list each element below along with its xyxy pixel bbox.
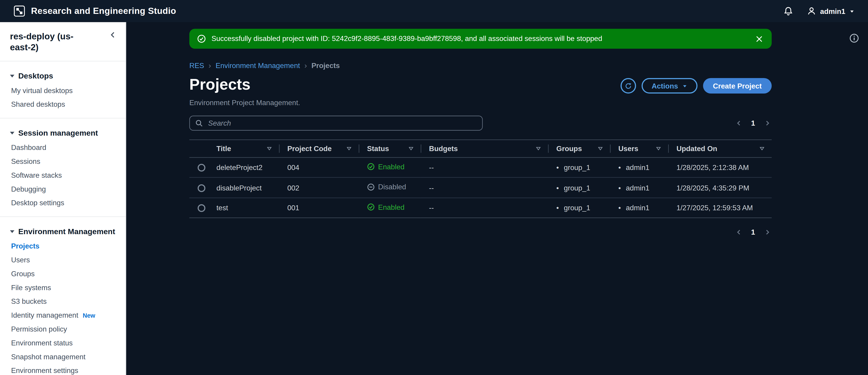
column-label: Updated On [676, 144, 717, 152]
sidebar-item-software-stacks[interactable]: Software stacks [0, 168, 126, 182]
cell-updated-on: 1/28/2025, 2:12:38 AM [668, 157, 772, 178]
column-header-users[interactable]: Users [610, 140, 668, 157]
table-row-disableproject[interactable]: disableProject002Disabled--•group_1•admi… [189, 178, 772, 198]
sidebar-item-identity-management[interactable]: Identity managementNew [0, 308, 126, 322]
sidebar-item-label: My virtual desktops [11, 86, 73, 94]
status-label: Disabled [378, 183, 406, 191]
sidebar-item-label: Environment settings [11, 366, 78, 375]
sidebar-item-label: S3 buckets [11, 297, 46, 305]
notifications-bell-button[interactable] [784, 7, 793, 15]
current-page-number[interactable]: 1 [751, 119, 755, 127]
sidebar-item-file-systems[interactable]: File systems [0, 281, 126, 294]
projects-table: TitleProject CodeStatusBudgetsGroupsUser… [189, 139, 772, 218]
sidebar-item-users[interactable]: Users [0, 253, 126, 267]
bullet: • [556, 183, 559, 192]
search-box [189, 116, 483, 131]
info-panel-toggle-button[interactable] [848, 32, 860, 46]
column-filter-icon[interactable] [263, 146, 272, 152]
sidebar-item-label: Software stacks [11, 171, 62, 179]
sidebar-item-label: Users [11, 256, 30, 264]
column-filter-icon[interactable] [652, 146, 661, 152]
cell-status: Enabled [359, 157, 421, 178]
sidebar-item-label: Permission policy [11, 325, 67, 333]
sidebar-item-my-virtual-desktops[interactable]: My virtual desktops [0, 84, 126, 97]
status-label: Enabled [378, 163, 404, 171]
sidebar-item-desktop-settings[interactable]: Desktop settings [0, 196, 126, 210]
create-project-button[interactable]: Create Project [703, 78, 772, 94]
page-description: Environment Project Management. [189, 98, 300, 106]
sidebar-item-label: Groups [11, 270, 35, 278]
sidebar-list: DashboardSessionsSoftware stacksDebuggin… [0, 140, 126, 210]
cell-updated-on: 1/28/2025, 4:35:29 PM [668, 178, 772, 198]
sidebar-section-toggle-session-management[interactable]: Session management [0, 124, 126, 140]
next-page-button[interactable] [763, 228, 772, 237]
sidebar-item-groups[interactable]: Groups [0, 267, 126, 281]
bullet: • [556, 204, 559, 212]
column-header-status[interactable]: Status [359, 140, 421, 157]
refresh-button[interactable] [621, 78, 636, 94]
cell-status: Disabled [359, 178, 421, 198]
sidebar-item-s3-buckets[interactable]: S3 buckets [0, 294, 126, 308]
top-navigation-bar: Research and Engineering Studio admin1 [0, 0, 868, 22]
next-page-button[interactable] [763, 119, 772, 127]
sidebar-section-toggle-desktops[interactable]: Desktops [0, 67, 126, 84]
sidebar-item-label: Sessions [11, 157, 40, 165]
page-title: Projects [189, 76, 300, 94]
side-navigation: res-deploy (us-east-2) DesktopsMy virtua… [0, 22, 126, 375]
sidebar-item-permission-policy[interactable]: Permission policy [0, 322, 126, 336]
user-menu-button[interactable]: admin1 [807, 7, 855, 15]
flashbar-success: Successfully disabled project with ID: 5… [189, 29, 772, 49]
sidebar-item-snapshot-management[interactable]: Snapshot management [0, 350, 126, 364]
breadcrumb-res[interactable]: RES [189, 61, 204, 69]
column-filter-icon[interactable] [594, 146, 603, 152]
sidebar-item-shared-desktops[interactable]: Shared desktops [0, 97, 126, 111]
cell-project-code: 002 [279, 178, 359, 198]
column-filter-icon[interactable] [532, 146, 541, 152]
column-header-budgets[interactable]: Budgets [421, 140, 548, 157]
row-radio[interactable] [197, 204, 205, 212]
column-filter-icon[interactable] [405, 146, 414, 152]
cell-updated-on: 1/27/2025, 12:59:53 AM [668, 198, 772, 218]
column-label: Status [367, 144, 389, 152]
column-filter-icon[interactable] [755, 146, 765, 152]
sidebar-list: My virtual desktopsShared desktops [0, 84, 126, 111]
previous-page-button[interactable] [735, 228, 743, 237]
sidebar-item-label: Dashboard [11, 143, 46, 152]
caret-down-icon [10, 74, 14, 77]
user-name: admin1 [820, 7, 845, 15]
status-label: Enabled [378, 203, 404, 211]
sidebar-item-label: Debugging [11, 185, 46, 193]
column-header-title[interactable]: Title [208, 140, 279, 157]
column-header-updated-on[interactable]: Updated On [668, 140, 772, 157]
cell-budgets: -- [421, 198, 548, 218]
app-logo-icon [13, 5, 26, 17]
previous-page-button[interactable] [735, 119, 743, 127]
row-radio[interactable] [197, 164, 205, 172]
sidebar-item-environment-settings[interactable]: Environment settings [0, 364, 126, 375]
row-radio[interactable] [197, 184, 205, 192]
list-value: group_1 [564, 204, 590, 212]
cell-groups: •group_1 [548, 178, 610, 198]
pagination-bottom: 1 [735, 228, 772, 237]
search-input[interactable] [207, 118, 477, 128]
sidebar-section-toggle-environment-management[interactable]: Environment Management [0, 223, 126, 239]
breadcrumb-environment-management[interactable]: Environment Management [216, 61, 300, 69]
brand: Research and Engineering Studio [13, 5, 176, 17]
page-header: Projects Environment Project Management.… [189, 76, 772, 107]
table-row-deleteproject2[interactable]: deleteProject2004Enabled--•group_1•admin… [189, 157, 772, 178]
sidebar-item-label: Desktop settings [11, 199, 64, 207]
column-header-groups[interactable]: Groups [548, 140, 610, 157]
table-row-test[interactable]: test001Enabled--•group_1•admin11/27/2025… [189, 198, 772, 218]
column-header-project-code[interactable]: Project Code [279, 140, 359, 157]
column-filter-icon[interactable] [343, 146, 352, 152]
sidebar-item-dashboard[interactable]: Dashboard [0, 140, 126, 155]
sidebar-item-sessions[interactable]: Sessions [0, 155, 126, 168]
sidebar-collapse-button[interactable] [108, 30, 118, 41]
flash-close-button[interactable] [754, 34, 764, 43]
current-page-number[interactable]: 1 [751, 228, 755, 237]
sidebar-item-debugging[interactable]: Debugging [0, 182, 126, 196]
actions-button[interactable]: Actions [642, 78, 698, 94]
sidebar-item-projects[interactable]: Projects [0, 239, 126, 253]
sidebar-item-environment-status[interactable]: Environment status [0, 336, 126, 350]
bullet: • [618, 183, 621, 192]
